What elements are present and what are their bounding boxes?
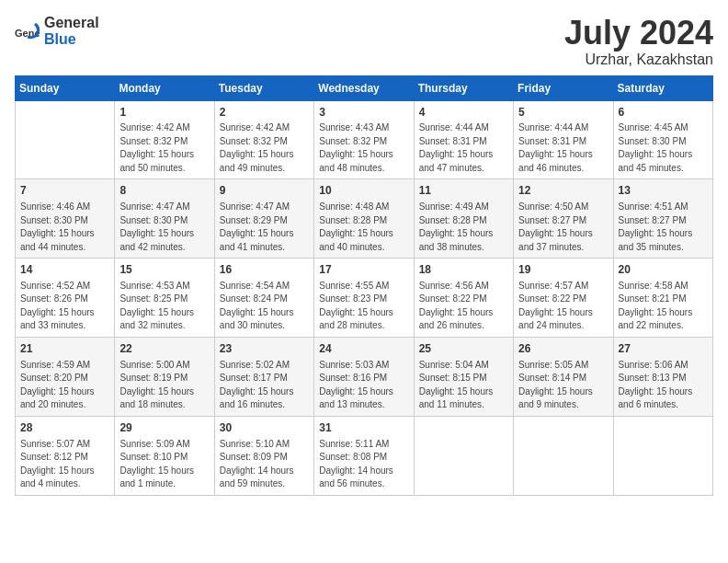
calendar-cell: 23Sunrise: 5:02 AM Sunset: 8:17 PM Dayli… (214, 337, 313, 416)
month-title: July 2024 (564, 15, 713, 52)
calendar-cell: 14Sunrise: 4:52 AM Sunset: 8:26 PM Dayli… (16, 259, 115, 338)
day-number: 12 (518, 183, 608, 199)
cell-content: Sunrise: 5:09 AM Sunset: 8:10 PM Dayligh… (119, 438, 209, 491)
cell-content: Sunrise: 4:46 AM Sunset: 8:30 PM Dayligh… (20, 201, 109, 254)
cell-content: Sunrise: 4:59 AM Sunset: 8:20 PM Dayligh… (20, 359, 109, 412)
day-number: 22 (119, 341, 209, 357)
day-number: 29 (119, 420, 209, 436)
cell-content: Sunrise: 4:50 AM Sunset: 8:27 PM Dayligh… (518, 201, 608, 254)
cell-content: Sunrise: 4:49 AM Sunset: 8:28 PM Dayligh… (419, 201, 508, 254)
calendar-cell: 28Sunrise: 5:07 AM Sunset: 8:12 PM Dayli… (16, 416, 115, 495)
cell-content: Sunrise: 5:03 AM Sunset: 8:16 PM Dayligh… (319, 359, 408, 412)
cell-content: Sunrise: 5:02 AM Sunset: 8:17 PM Dayligh… (220, 359, 309, 412)
column-header-wednesday: Wednesday (314, 75, 414, 100)
cell-content: Sunrise: 4:47 AM Sunset: 8:29 PM Dayligh… (220, 201, 309, 254)
cell-content: Sunrise: 5:05 AM Sunset: 8:14 PM Dayligh… (518, 359, 608, 412)
calendar-cell: 24Sunrise: 5:03 AM Sunset: 8:16 PM Dayli… (314, 337, 414, 416)
cell-content: Sunrise: 5:00 AM Sunset: 8:19 PM Dayligh… (119, 359, 209, 412)
day-number: 28 (20, 420, 109, 436)
calendar-cell: 15Sunrise: 4:53 AM Sunset: 8:25 PM Dayli… (115, 259, 214, 338)
cell-content: Sunrise: 4:43 AM Sunset: 8:32 PM Dayligh… (319, 121, 408, 175)
calendar-cell: 29Sunrise: 5:09 AM Sunset: 8:10 PM Dayli… (115, 416, 214, 495)
day-number: 23 (220, 341, 309, 357)
cell-content: Sunrise: 4:42 AM Sunset: 8:32 PM Dayligh… (119, 121, 209, 175)
day-number: 4 (419, 105, 508, 121)
calendar-cell: 26Sunrise: 5:05 AM Sunset: 8:14 PM Dayli… (514, 337, 613, 416)
day-number: 19 (518, 262, 608, 278)
day-number: 9 (220, 183, 309, 199)
calendar-cell: 30Sunrise: 5:10 AM Sunset: 8:09 PM Dayli… (214, 416, 313, 495)
cell-content: Sunrise: 4:58 AM Sunset: 8:21 PM Dayligh… (619, 280, 708, 333)
calendar-cell: 27Sunrise: 5:06 AM Sunset: 8:13 PM Dayli… (613, 337, 712, 416)
day-number: 25 (419, 341, 508, 357)
cell-content: Sunrise: 4:53 AM Sunset: 8:25 PM Dayligh… (119, 280, 209, 333)
page-header: General General Blue July 2024 Urzhar, K… (15, 15, 713, 68)
cell-content: Sunrise: 4:57 AM Sunset: 8:22 PM Dayligh… (518, 280, 608, 333)
cell-content: Sunrise: 5:10 AM Sunset: 8:09 PM Dayligh… (220, 438, 309, 491)
calendar-cell: 10Sunrise: 4:48 AM Sunset: 8:28 PM Dayli… (314, 179, 414, 259)
day-number: 2 (220, 105, 309, 121)
calendar-cell: 8Sunrise: 4:47 AM Sunset: 8:30 PM Daylig… (115, 179, 214, 259)
calendar-cell: 2Sunrise: 4:42 AM Sunset: 8:32 PM Daylig… (214, 100, 313, 179)
calendar-cell: 19Sunrise: 4:57 AM Sunset: 8:22 PM Dayli… (514, 259, 613, 338)
location-title: Urzhar, Kazakhstan (564, 52, 713, 68)
day-number: 5 (518, 105, 608, 121)
day-number: 15 (119, 262, 209, 278)
calendar-table: SundayMondayTuesdayWednesdayThursdayFrid… (15, 75, 713, 496)
calendar-cell (514, 416, 613, 495)
cell-content: Sunrise: 5:06 AM Sunset: 8:13 PM Dayligh… (619, 359, 708, 412)
day-number: 3 (319, 105, 408, 121)
day-number: 18 (419, 262, 508, 278)
calendar-cell: 20Sunrise: 4:58 AM Sunset: 8:21 PM Dayli… (613, 259, 712, 338)
day-number: 26 (518, 341, 608, 357)
calendar-cell (613, 416, 712, 495)
day-number: 16 (220, 262, 309, 278)
column-header-monday: Monday (115, 75, 214, 100)
logo-icon: General (15, 18, 40, 44)
cell-content: Sunrise: 4:54 AM Sunset: 8:24 PM Dayligh… (220, 280, 309, 333)
title-block: July 2024 Urzhar, Kazakhstan (564, 15, 713, 68)
cell-content: Sunrise: 4:56 AM Sunset: 8:22 PM Dayligh… (419, 280, 508, 333)
calendar-cell: 18Sunrise: 4:56 AM Sunset: 8:22 PM Dayli… (414, 259, 513, 338)
day-number: 6 (619, 105, 708, 121)
day-number: 20 (619, 262, 708, 278)
cell-content: Sunrise: 4:55 AM Sunset: 8:23 PM Dayligh… (319, 280, 408, 333)
calendar-cell: 25Sunrise: 5:04 AM Sunset: 8:15 PM Dayli… (414, 337, 513, 416)
calendar-cell: 9Sunrise: 4:47 AM Sunset: 8:29 PM Daylig… (214, 179, 313, 259)
day-number: 21 (20, 341, 109, 357)
cell-content: Sunrise: 4:44 AM Sunset: 8:31 PM Dayligh… (518, 121, 608, 175)
cell-content: Sunrise: 4:45 AM Sunset: 8:30 PM Dayligh… (619, 121, 708, 175)
calendar-cell: 12Sunrise: 4:50 AM Sunset: 8:27 PM Dayli… (514, 179, 613, 259)
calendar-cell: 17Sunrise: 4:55 AM Sunset: 8:23 PM Dayli… (314, 259, 414, 338)
day-number: 10 (319, 183, 408, 199)
calendar-cell (16, 100, 115, 179)
logo: General General Blue (15, 15, 99, 48)
column-header-sunday: Sunday (16, 75, 115, 100)
column-header-saturday: Saturday (613, 75, 712, 100)
cell-content: Sunrise: 5:04 AM Sunset: 8:15 PM Dayligh… (419, 359, 508, 412)
cell-content: Sunrise: 4:47 AM Sunset: 8:30 PM Dayligh… (119, 201, 209, 254)
calendar-cell: 6Sunrise: 4:45 AM Sunset: 8:30 PM Daylig… (613, 100, 712, 179)
cell-content: Sunrise: 5:07 AM Sunset: 8:12 PM Dayligh… (20, 438, 109, 491)
calendar-cell (414, 416, 513, 495)
cell-content: Sunrise: 4:42 AM Sunset: 8:32 PM Dayligh… (220, 121, 309, 175)
calendar-cell: 13Sunrise: 4:51 AM Sunset: 8:27 PM Dayli… (613, 179, 712, 259)
day-number: 8 (119, 183, 209, 199)
calendar-cell: 1Sunrise: 4:42 AM Sunset: 8:32 PM Daylig… (115, 100, 214, 179)
logo-text: General Blue (44, 15, 99, 48)
day-number: 31 (319, 420, 408, 436)
cell-content: Sunrise: 4:52 AM Sunset: 8:26 PM Dayligh… (20, 280, 109, 333)
day-number: 30 (220, 420, 309, 436)
calendar-cell: 16Sunrise: 4:54 AM Sunset: 8:24 PM Dayli… (214, 259, 313, 338)
day-number: 24 (319, 341, 408, 357)
day-number: 1 (119, 105, 209, 121)
column-header-thursday: Thursday (414, 75, 513, 100)
calendar-cell: 31Sunrise: 5:11 AM Sunset: 8:08 PM Dayli… (314, 416, 414, 495)
day-number: 14 (20, 262, 109, 278)
calendar-cell: 4Sunrise: 4:44 AM Sunset: 8:31 PM Daylig… (414, 100, 513, 179)
day-number: 7 (20, 183, 109, 199)
cell-content: Sunrise: 4:51 AM Sunset: 8:27 PM Dayligh… (619, 201, 708, 254)
day-number: 27 (619, 341, 708, 357)
day-number: 13 (619, 183, 708, 199)
day-number: 11 (419, 183, 508, 199)
